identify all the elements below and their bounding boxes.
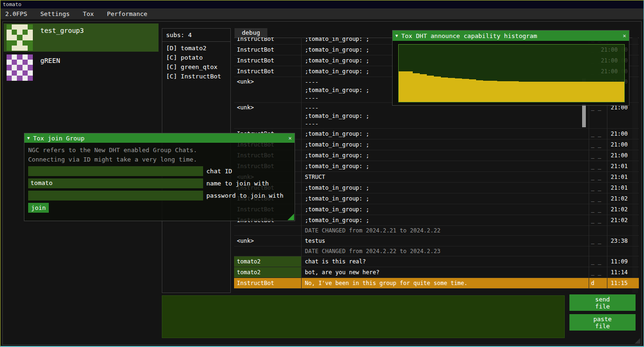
message-flags: _ _ [589,185,607,191]
avatar-pixel [7,70,12,76]
members-list: [D] tomato2[C] potato[C] green_qtox[C] I… [162,42,230,81]
message-text: ;tomato_in_group: ; [301,130,589,138]
join-group-fields: chat ID tomato name to join with passwor… [28,166,283,200]
join-group-titlebar[interactable]: ▼ Tox join Group ✕ [24,133,295,143]
group-list-item[interactable]: test_group3 [4,23,159,52]
avatar-pixel [12,54,17,60]
group-avatar [7,54,33,81]
message-flags: _ _ [589,152,607,159]
tab-debug[interactable]: debug [235,28,267,38]
message-flags: d [589,280,607,286]
group-name: test_group3 [40,27,84,34]
fps-counter: 2.0FPS [5,10,27,17]
histogram-bar [476,80,483,102]
message-sender: <unk> [234,238,301,244]
message-input[interactable] [162,295,565,338]
menu-item[interactable]: Performance [107,10,147,17]
menu-items: SettingsToxPerformance [40,10,160,17]
histogram-bar [575,82,582,102]
group-list-item[interactable]: gREEN [4,54,159,82]
chat-row[interactable]: DATE CHANGED from 2024.2.21 to 2024.2.22 [234,226,639,236]
group-list: test_group3 gREEN [4,23,159,84]
chat-row[interactable]: DATE CHANGED from 2024.2.22 to 2024.2.23 [234,247,639,256]
histogram-bar [441,77,448,102]
menu-item[interactable]: Settings [40,10,70,17]
dht-histogram-title: Tox DHT announce capability histogram [401,32,537,39]
message-text: ;tomato_in_group: ; [301,216,589,224]
join-group-description: Connecting via ID might take a very long… [28,156,197,163]
join-field-label: name to join with [206,178,269,188]
member-item[interactable]: [C] green_qtox [162,62,230,72]
message-text: ;tomato_in_group: ; [301,162,589,170]
message-timestamp: 23:38 [607,238,639,244]
scrollbar-grab[interactable] [582,104,586,127]
chat-row[interactable]: InstructBot No, I've been in this group … [234,278,639,289]
chat-row[interactable]: tomato2 bot, are you new here? _ _ 11:14 [234,267,639,278]
avatar-pixel [23,70,28,76]
chat-row[interactable]: <unk> testus _ _ 23:38 [234,236,639,247]
window-title: tomato [3,1,22,8]
column-separator [301,38,302,289]
histogram-bar [399,71,406,102]
message-sender: <unk> [234,77,301,85]
histogram-bar [434,77,441,102]
member-item[interactable]: [C] InstructBot [162,72,230,81]
message-text: ;tomato_in_group: ; [301,206,589,214]
join-field-input[interactable] [28,166,203,176]
chat-row[interactable]: tomato2 chat is this real? _ _ 11:09 [234,256,639,267]
histogram-bar [448,78,455,102]
join-field-input[interactable] [28,191,203,200]
avatar-pixel [23,76,28,81]
join-button[interactable]: join [28,203,49,213]
bleed-through-text: 21:00 [601,57,618,64]
histogram-bar [547,82,554,102]
collapse-arrow-icon[interactable]: ▼ [27,136,30,140]
message-timestamp: 21:01 [607,185,639,191]
bleed-through-text: 21:00 [601,68,618,75]
histogram-bar [603,82,610,102]
avatar-pixel [23,65,28,70]
histogram-bar [540,82,547,102]
avatar-pixel [17,70,22,76]
join-field-input[interactable]: tomato [28,178,203,188]
paste-file-button[interactable]: paste file [569,314,636,331]
message-text: ;tomato_in_group: ; [301,195,589,203]
resize-grip[interactable] [288,214,294,220]
menu-item[interactable]: Tox [83,10,94,17]
histogram-bar [589,82,596,102]
avatar-pixel [28,65,33,70]
close-icon[interactable]: ✕ [288,135,292,141]
chat-row[interactable]: <unk> ---- ;tomato_in_group: ; ---- _ _ … [234,103,639,129]
message-sender: InstructBot [234,38,301,42]
histogram-bar [519,82,526,102]
histogram-bar [455,78,462,102]
join-group-title: Tox join Group [33,135,84,142]
message-scrollbar[interactable] [582,104,586,128]
avatar-pixel [28,46,33,51]
histogram-bar [497,81,504,102]
avatar-pixel [12,65,17,70]
avatar-pixel [17,30,22,35]
avatar-pixel [12,24,17,30]
avatar-pixel [28,30,33,35]
app-window: tomato 2.0FPS SettingsToxPerformance tes… [0,0,644,347]
avatar-pixel [17,40,22,46]
dht-histogram-plot: 21:00 21:00 21:00 [398,44,625,102]
dht-histogram-titlebar[interactable]: ▼ Tox DHT announce capability histogram … [393,31,629,41]
avatar-pixel [17,24,22,30]
close-icon[interactable]: ✕ [623,32,626,39]
member-item[interactable]: [D] tomato2 [162,44,230,53]
message-timestamp: 21:00 [607,152,639,159]
histogram-bar [617,82,624,102]
histogram-bar [526,82,533,102]
message-timestamp: 11:15 [607,280,639,286]
resize-grip[interactable] [635,338,640,344]
send-file-button[interactable]: send file [569,294,636,311]
avatar-pixel [7,30,12,35]
avatar-pixel [28,70,33,76]
member-item[interactable]: [C] potato [162,53,230,62]
histogram-bar [533,82,540,102]
message-text: bot, are you new here? [301,269,589,277]
collapse-arrow-icon[interactable]: ▼ [395,33,398,38]
message-sender: <unk> [234,103,301,111]
